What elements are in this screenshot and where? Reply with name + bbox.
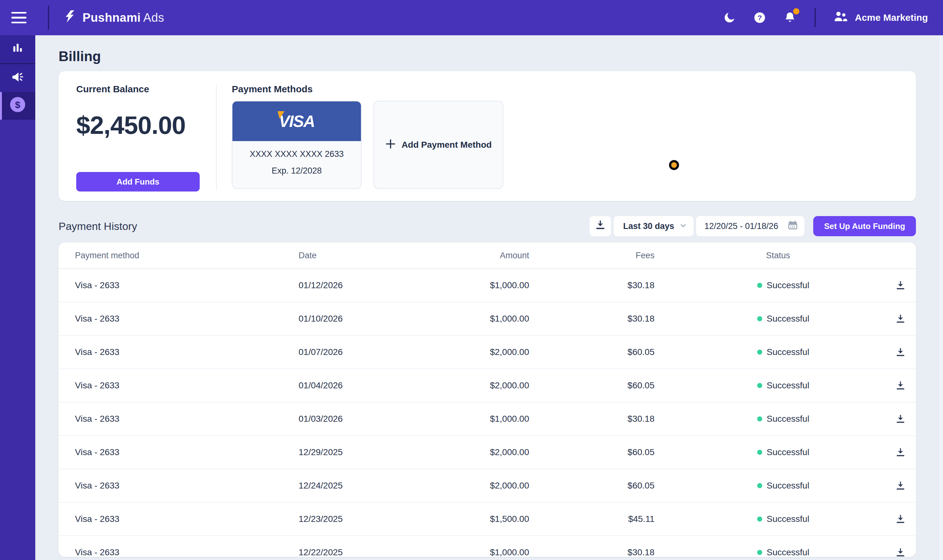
- cell-date: 01/12/2026: [298, 280, 425, 291]
- date-range-select[interactable]: Last 30 days: [614, 216, 694, 236]
- sidebar-item-campaigns[interactable]: [0, 64, 35, 92]
- cell-amount: $2,000.00: [425, 481, 529, 491]
- setup-auto-funding-button[interactable]: Set Up Auto Funding: [813, 216, 916, 236]
- cell-payment-method: Visa - 2633: [75, 347, 298, 357]
- cell-amount: $1,000.00: [425, 548, 529, 557]
- table-row: Visa - 2633 01/10/2026 $1,000.00 $30.18 …: [58, 302, 916, 336]
- date-range-select-value: Last 30 days: [623, 222, 674, 231]
- download-receipt-button[interactable]: [894, 412, 907, 426]
- cell-status: Successful: [654, 481, 882, 491]
- download-receipt-button[interactable]: [894, 312, 907, 325]
- cursor-indicator: [669, 160, 679, 170]
- svg-text:$: $: [15, 100, 20, 110]
- account-switcher[interactable]: Acme Marketing: [834, 10, 928, 25]
- payment-history-heading: Payment History: [58, 220, 590, 232]
- column-header-date: Date: [298, 251, 425, 260]
- download-receipt-button[interactable]: [894, 379, 907, 392]
- table-row: Visa - 2633 12/29/2025 $2,000.00 $60.05 …: [58, 436, 916, 469]
- status-dot: [757, 349, 762, 355]
- chevron-down-icon: [679, 220, 687, 232]
- add-payment-method-label: Add Payment Method: [402, 140, 492, 150]
- cell-fees: $30.18: [529, 414, 654, 424]
- card-number-masked: XXXX XXXX XXXX 2633: [232, 149, 361, 159]
- cell-status: Successful: [654, 514, 882, 524]
- cell-date: 01/10/2026: [298, 314, 425, 324]
- payment-history-toolbar: Payment History Last 30 days 12/20/25 - …: [58, 216, 916, 236]
- status-dot: [757, 450, 762, 455]
- cell-fees: $30.18: [529, 548, 654, 557]
- add-funds-button[interactable]: Add Funds: [76, 172, 200, 191]
- download-receipt-button[interactable]: [894, 279, 907, 292]
- table-row: Visa - 2633 12/23/2025 $1,500.00 $45.11 …: [58, 503, 916, 536]
- cell-payment-method: Visa - 2633: [75, 414, 298, 424]
- cell-status: Successful: [654, 380, 882, 391]
- cell-date: 01/04/2026: [298, 380, 425, 391]
- app-logo[interactable]: PushnamiAds: [63, 9, 164, 26]
- visa-logo: VISA: [279, 112, 314, 131]
- status-dot: [757, 316, 762, 321]
- menu-icon[interactable]: [11, 12, 26, 23]
- sidebar-item-analytics[interactable]: [0, 35, 35, 63]
- status-label: Successful: [767, 414, 809, 424]
- sidebar-item-billing[interactable]: $: [0, 92, 35, 120]
- status-dot: [757, 517, 762, 522]
- current-balance-section: Current Balance $2,450.00 Add Funds: [76, 84, 216, 191]
- status-dot: [757, 383, 762, 388]
- calendar-icon: [788, 220, 798, 233]
- cell-fees: $30.18: [529, 314, 654, 324]
- bar-chart-icon: [11, 42, 24, 57]
- status-dot: [757, 283, 762, 288]
- payment-history-table: Payment method Date Amount Fees Status V…: [58, 243, 916, 557]
- billing-summary-card: Current Balance $2,450.00 Add Funds Paym…: [58, 71, 916, 201]
- status-label: Successful: [767, 314, 809, 324]
- cell-amount: $1,000.00: [425, 314, 529, 324]
- help-icon[interactable]: ?: [753, 11, 767, 25]
- card-expiry: Exp. 12/2028: [232, 166, 361, 176]
- cell-payment-method: Visa - 2633: [75, 548, 298, 557]
- date-range-value: 12/20/25 - 01/18/26: [704, 222, 778, 231]
- status-label: Successful: [767, 514, 809, 524]
- notification-badge: [793, 8, 799, 14]
- current-balance-heading: Current Balance: [76, 84, 216, 94]
- table-row: Visa - 2633 12/22/2025 $1,000.00 $30.18 …: [58, 536, 916, 557]
- cell-payment-method: Visa - 2633: [75, 314, 298, 324]
- saved-card-tile[interactable]: VISA XXXX XXXX XXXX 2633 Exp. 12/2028: [232, 101, 362, 189]
- download-receipt-button[interactable]: [894, 346, 907, 359]
- download-receipt-button[interactable]: [894, 512, 907, 526]
- status-label: Successful: [767, 347, 809, 357]
- export-button[interactable]: [590, 216, 611, 236]
- sidebar: $: [0, 35, 35, 560]
- table-row: Visa - 2633 01/03/2026 $1,000.00 $30.18 …: [58, 403, 916, 436]
- cell-fees: $60.05: [529, 380, 654, 391]
- column-header-payment-method: Payment method: [75, 251, 298, 260]
- table-row: Visa - 2633 01/04/2026 $2,000.00 $60.05 …: [58, 369, 916, 403]
- cell-amount: $2,000.00: [425, 380, 529, 391]
- status-label: Successful: [767, 548, 809, 557]
- status-label: Successful: [767, 380, 809, 391]
- column-header-amount: Amount: [425, 251, 529, 260]
- cell-fees: $30.18: [529, 280, 654, 291]
- card-brand-banner: VISA: [232, 102, 361, 141]
- scrollbar-track[interactable]: [939, 35, 943, 560]
- notifications-bell-icon[interactable]: [783, 11, 797, 25]
- status-label: Successful: [767, 447, 809, 457]
- download-receipt-button[interactable]: [894, 546, 907, 557]
- cell-date: 12/24/2025: [298, 481, 425, 491]
- page-title: Billing: [58, 49, 916, 64]
- cell-amount: $2,000.00: [425, 447, 529, 457]
- status-dot: [757, 483, 762, 488]
- table-row: Visa - 2633 01/07/2026 $2,000.00 $60.05 …: [58, 336, 916, 369]
- download-receipt-button[interactable]: [894, 479, 907, 492]
- cell-status: Successful: [654, 314, 882, 324]
- download-receipt-button[interactable]: [894, 446, 907, 459]
- cell-date: 01/07/2026: [298, 347, 425, 357]
- date-range-input[interactable]: 12/20/25 - 01/18/26: [696, 216, 805, 236]
- main-content: Billing Current Balance $2,450.00 Add Fu…: [35, 35, 943, 560]
- table-row: Visa - 2633 12/24/2025 $2,000.00 $60.05 …: [58, 469, 916, 503]
- status-dot: [757, 550, 762, 555]
- dark-mode-icon[interactable]: [723, 11, 736, 25]
- cell-fees: $60.05: [529, 481, 654, 491]
- add-payment-method-button[interactable]: Add Payment Method: [374, 101, 503, 189]
- cell-fees: $60.05: [529, 447, 654, 457]
- app-header: PushnamiAds ? Acme Marketing: [0, 0, 943, 35]
